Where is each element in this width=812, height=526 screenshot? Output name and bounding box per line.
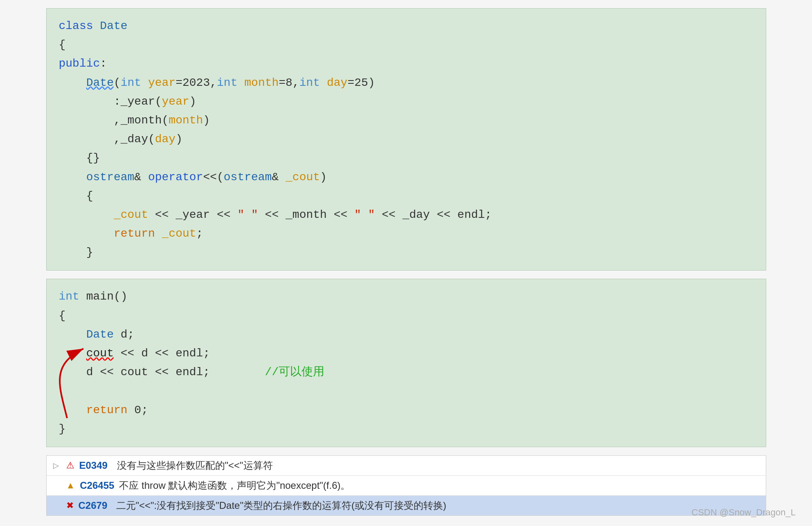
error-icon-c2679: ✖ <box>66 500 74 511</box>
error-code-c2679: C2679 <box>79 500 111 511</box>
error-panel: ▷ ⚠ E0349 没有与这些操作数匹配的"<<"运算符 ▲ C26455 不应… <box>46 455 766 516</box>
error-icon-e0349: ⚠ <box>66 460 74 471</box>
code-content-main: int main() { Date d; cout << d << endl; … <box>59 287 754 439</box>
error-code-c26455: C26455 <box>80 480 114 491</box>
code-block-main: int main() { Date d; cout << d << endl; … <box>46 279 766 447</box>
expand-icon-e0349[interactable]: ▷ <box>53 461 61 470</box>
warn-icon-c26455: ▲ <box>66 480 75 491</box>
error-row-c26455[interactable]: ▲ C26455 不应 throw 默认构造函数，声明它为"noexcept"(… <box>47 476 766 496</box>
watermark: CSDN @Snow_Dragon_L <box>691 507 796 518</box>
code-content-class: class Date { public: Date(int year=2023,… <box>59 17 754 262</box>
error-code-e0349: E0349 <box>79 460 112 471</box>
error-msg-e0349: 没有与这些操作数匹配的"<<"运算符 <box>117 459 759 472</box>
code-block-class: class Date { public: Date(int year=2023,… <box>46 8 766 271</box>
error-msg-c2679: 二元"<<":没有找到接受"Date"类型的右操作数的运算符(或没有可接受的转换… <box>116 499 759 512</box>
error-msg-c26455: 不应 throw 默认构造函数，声明它为"noexcept"(f.6)。 <box>119 479 759 492</box>
page-container: class Date { public: Date(int year=2023,… <box>0 0 812 526</box>
error-row-c2679[interactable]: ✖ C2679 二元"<<":没有找到接受"Date"类型的右操作数的运算符(或… <box>47 496 766 515</box>
error-row-e0349[interactable]: ▷ ⚠ E0349 没有与这些操作数匹配的"<<"运算符 <box>47 456 766 476</box>
